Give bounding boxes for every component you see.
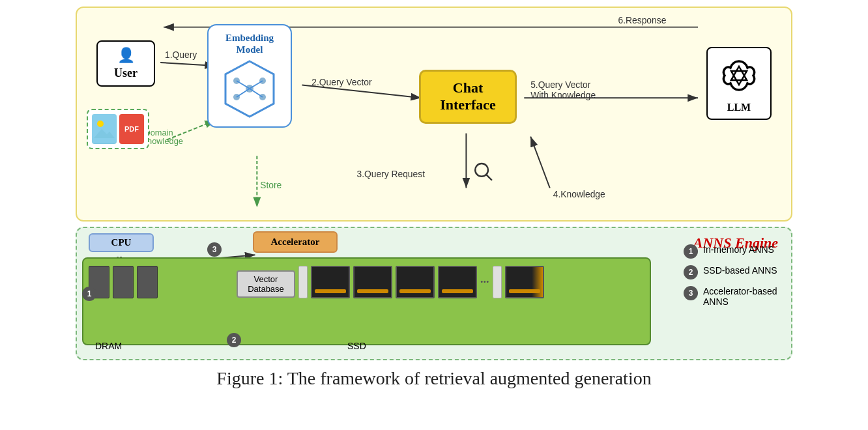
svg-line-36	[237, 89, 250, 97]
legend-text-3: Accelerator-based ANNS	[703, 286, 781, 307]
legend-text-2: SSD-based ANNS	[703, 265, 777, 276]
cpu-box: CPU	[89, 233, 154, 252]
vector-database-box: Vector Database	[237, 270, 295, 298]
legend-item-3: 3 Accelerator-based ANNS	[684, 286, 781, 307]
svg-line-10	[302, 85, 421, 98]
ssd-ellipsis: ···	[480, 276, 489, 289]
dram-label: DRAM	[95, 341, 122, 351]
cpu-label: CPU	[111, 237, 132, 248]
llm-logo-icon	[717, 53, 761, 98]
legend-badge-3: 3	[684, 286, 698, 300]
legend: 1 In-memory ANNS 2 SSD-based ANNS 3 Acce…	[684, 244, 781, 307]
svg-line-37	[250, 89, 263, 97]
ssd-connector-1	[298, 266, 308, 298]
ssd-chip-3	[396, 266, 435, 298]
svg-text:4.Knowledge: 4.Knowledge	[553, 189, 605, 199]
svg-point-16	[475, 164, 488, 177]
svg-text:2.Query Vector: 2.Query Vector	[311, 77, 372, 87]
badge-2: 2	[227, 333, 241, 347]
svg-text:Store: Store	[260, 180, 282, 190]
llm-label: LLM	[727, 102, 751, 113]
ssd-connector-2	[493, 266, 502, 298]
svg-rect-23	[93, 115, 116, 143]
badge-3: 3	[207, 242, 222, 257]
svg-text:5.Query Vector: 5.Query Vector	[530, 79, 591, 90]
chip-3	[137, 266, 158, 298]
svg-text:1.Query: 1.Query	[165, 50, 197, 60]
chat-interface-box: Chat Interface	[419, 70, 517, 124]
embedding-model-box: Embedding Model	[207, 24, 292, 128]
embedding-hexagon-icon	[220, 58, 279, 120]
ssd-chip-5	[505, 266, 544, 298]
legend-item-2: 2 SSD-based ANNS	[684, 265, 781, 280]
rag-box: 6.Response 1.Query Domain Knowledge 2.Qu…	[76, 7, 792, 222]
user-label: User	[114, 66, 137, 80]
embedding-title: Embedding Model	[225, 32, 274, 55]
svg-point-24	[97, 121, 104, 127]
svg-text:With Knowledge: With Knowledge	[530, 90, 596, 100]
figure-caption: Figure 1: The framework of retrieval aug…	[216, 368, 651, 389]
svg-text:PDF: PDF	[124, 125, 139, 133]
legend-badge-1: 1	[684, 244, 698, 259]
accelerator-label: Accelerator	[271, 236, 320, 247]
legend-text-1: In-memory ANNS	[703, 244, 774, 255]
svg-line-34	[237, 81, 250, 89]
svg-line-17	[486, 175, 492, 180]
ssd-chips: ···	[298, 266, 544, 298]
image-doc-icon	[92, 114, 117, 144]
domain-knowledge-box: PDF	[87, 109, 149, 149]
ssd-chip-1	[311, 266, 350, 298]
legend-item-1: 1 In-memory ANNS	[684, 244, 781, 259]
accelerator-box: Accelerator	[253, 231, 338, 253]
svg-line-14	[530, 137, 550, 188]
svg-line-7	[167, 121, 215, 140]
svg-text:3.Query Request: 3.Query Request	[356, 169, 425, 179]
ssd-chip-4	[438, 266, 477, 298]
ssd-label: SSD	[347, 341, 366, 351]
chat-interface-title: Chat Interface	[440, 79, 496, 114]
llm-box: LLM	[706, 47, 772, 120]
badge-1: 1	[82, 287, 96, 301]
vdb-label: Vector Database	[248, 274, 284, 294]
user-icon: 👤	[117, 47, 135, 64]
chip-2	[113, 266, 134, 298]
svg-line-35	[250, 81, 263, 89]
user-box: 👤 User	[96, 40, 155, 87]
pdf-doc-icon: PDF	[119, 114, 144, 144]
svg-text:6.Response: 6.Response	[618, 15, 667, 25]
legend-badge-2: 2	[684, 265, 698, 280]
anns-box: ANNS Engine CPU Accelerator DRAM Vector …	[76, 227, 792, 360]
diagram-container: 6.Response 1.Query Domain Knowledge 2.Qu…	[30, 7, 838, 389]
dram-chips	[89, 266, 158, 298]
ssd-chip-2	[353, 266, 392, 298]
